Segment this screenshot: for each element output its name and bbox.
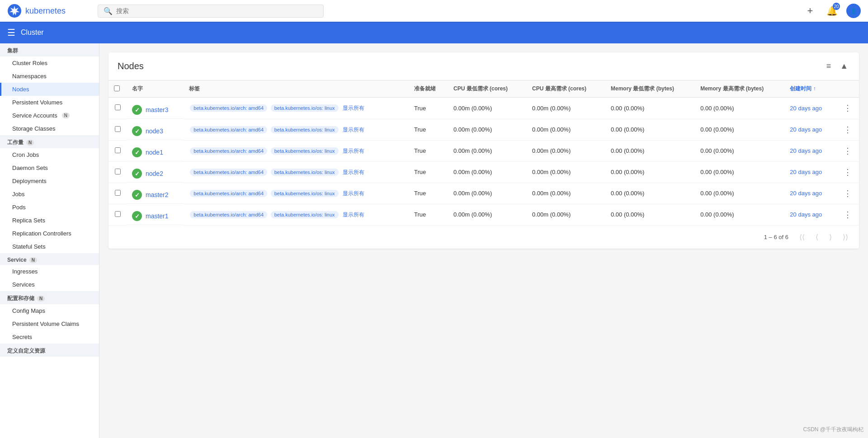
row-cpu-max: 0.00m (0.00%) (527, 140, 605, 161)
row-more[interactable]: ⋮ (836, 161, 859, 183)
select-all-checkbox[interactable] (114, 85, 120, 91)
row-ready: True (409, 204, 448, 225)
row-select-checkbox[interactable] (115, 169, 121, 174)
sidebar-item-ingresses[interactable]: Ingresses (0, 265, 99, 278)
node-name-link[interactable]: master2 (146, 191, 169, 198)
next-page-button[interactable]: ⟩ (826, 231, 835, 243)
row-more[interactable]: ⋮ (836, 183, 859, 204)
last-page-button[interactable]: ⟩⟩ (839, 231, 852, 243)
search-box[interactable]: 🔍 (98, 5, 324, 18)
col-labels: 标签 (184, 80, 409, 98)
show-all-button[interactable]: 显示所有 (343, 169, 364, 175)
row-labels: beta.kubernetes.io/arch: amd64 beta.kube… (184, 161, 409, 183)
prev-page-button[interactable]: ⟨ (812, 231, 822, 243)
more-options-icon[interactable]: ⋮ (842, 102, 854, 114)
row-checkbox[interactable] (108, 140, 127, 161)
col-created[interactable]: 创建时间 ↑ (784, 80, 836, 98)
collapse-icon[interactable]: ▲ (838, 60, 850, 73)
row-select-checkbox[interactable] (115, 126, 121, 132)
more-options-icon[interactable]: ⋮ (842, 187, 854, 200)
row-created: 20 days ago (784, 140, 836, 161)
sidebar-item-pvc[interactable]: Persistent Volume Claims (0, 317, 99, 330)
row-created: 20 days ago (784, 183, 836, 204)
row-checkbox[interactable] (108, 119, 127, 140)
more-options-icon[interactable]: ⋮ (842, 166, 854, 179)
row-cpu-max: 0.00m (0.00%) (527, 161, 605, 183)
config-badge: N (37, 296, 45, 301)
row-more[interactable]: ⋮ (836, 140, 859, 161)
sidebar-item-deployments[interactable]: Deployments (0, 174, 99, 188)
sidebar-item-replication-controllers[interactable]: Replication Controllers (0, 227, 99, 240)
row-more[interactable]: ⋮ (836, 204, 859, 225)
show-all-button[interactable]: 显示所有 (343, 105, 364, 111)
node-name-link[interactable]: node3 (146, 127, 163, 135)
sidebar-item-stateful-sets[interactable]: Stateful Sets (0, 240, 99, 253)
row-more[interactable]: ⋮ (836, 98, 859, 119)
row-mem-max: 0.00 (0.00%) (695, 98, 784, 119)
cluster-bar: ☰ Cluster (0, 22, 868, 43)
more-options-icon[interactable]: ⋮ (842, 123, 854, 136)
add-button[interactable]: + (803, 4, 817, 18)
show-all-button[interactable]: 显示所有 (343, 190, 364, 197)
app-name: kubernetes (25, 6, 66, 16)
sidebar-item-daemon-sets[interactable]: Daemon Sets (0, 161, 99, 174)
col-name[interactable]: 名字 (127, 80, 184, 98)
sidebar-item-nodes[interactable]: Nodes (0, 83, 99, 96)
panel-title: Nodes (118, 61, 144, 71)
row-cpu-max: 0.00m (0.00%) (527, 98, 605, 119)
row-checkbox[interactable] (108, 161, 127, 183)
menu-toggle[interactable]: ☰ (7, 27, 15, 38)
app-logo[interactable]: kubernetes (7, 4, 98, 18)
row-select-checkbox[interactable] (115, 104, 121, 110)
top-nav: kubernetes 🔍 + 🔔 20 👤 (0, 0, 868, 22)
node-name-link[interactable]: node1 (146, 149, 163, 156)
search-input[interactable] (116, 7, 318, 14)
filter-icon[interactable]: ≡ (825, 60, 833, 73)
sidebar-item-cluster-roles[interactable]: Cluster Roles (0, 57, 99, 70)
show-all-button[interactable]: 显示所有 (343, 212, 364, 218)
row-cpu-min: 0.00m (0.00%) (448, 140, 527, 161)
top-nav-right: + 🔔 20 👤 (803, 4, 861, 18)
node-name-link[interactable]: master1 (146, 212, 169, 220)
sidebar-item-pods[interactable]: Pods (0, 201, 99, 214)
row-checkbox[interactable] (108, 204, 127, 225)
table-row: ✓ master2 beta.kubernetes.io/arch: amd64… (108, 183, 859, 204)
sidebar-item-config-maps[interactable]: Config Maps (0, 304, 99, 317)
sidebar-item-storage-classes[interactable]: Storage Classes (0, 122, 99, 135)
sidebar-item-namespaces[interactable]: Namespaces (0, 70, 99, 83)
nodes-table: 名字 标签 准备就绪 CPU 最低需求 (cores) CPU 最高需求 (co (108, 80, 859, 226)
sidebar: 集群 Cluster Roles Namespaces Nodes Persis… (0, 43, 99, 438)
row-select-checkbox[interactable] (115, 211, 121, 217)
sidebar-item-secrets[interactable]: Secrets (0, 330, 99, 344)
node-name-link[interactable]: master3 (146, 106, 169, 113)
user-avatar[interactable]: 👤 (846, 4, 861, 18)
row-ready: True (409, 161, 448, 183)
row-ready: True (409, 183, 448, 204)
row-checkbox[interactable] (108, 98, 127, 119)
more-options-icon[interactable]: ⋮ (842, 145, 854, 157)
more-options-icon[interactable]: ⋮ (842, 208, 854, 221)
first-page-button[interactable]: ⟨⟨ (796, 231, 808, 243)
row-mem-min: 0.00 (0.00%) (605, 119, 695, 140)
show-all-button[interactable]: 显示所有 (343, 148, 364, 154)
sidebar-item-cron-jobs[interactable]: Cron Jobs (0, 148, 99, 161)
row-mem-max: 0.00 (0.00%) (695, 140, 784, 161)
row-select-checkbox[interactable] (115, 190, 121, 196)
table-row: ✓ master1 beta.kubernetes.io/arch: amd64… (108, 204, 859, 225)
row-mem-min: 0.00 (0.00%) (605, 140, 695, 161)
node-name-link[interactable]: node2 (146, 170, 163, 177)
sidebar-item-persistent-volumes[interactable]: Persistent Volumes (0, 96, 99, 109)
row-checkbox[interactable] (108, 183, 127, 204)
notifications-button[interactable]: 🔔 20 (825, 4, 839, 18)
sidebar-item-services[interactable]: Services (0, 278, 99, 291)
row-select-checkbox[interactable] (115, 147, 121, 153)
col-ready: 准备就绪 (409, 80, 448, 98)
row-name: ✓ node1 (127, 140, 184, 161)
sidebar-item-jobs[interactable]: Jobs (0, 188, 99, 201)
show-all-button[interactable]: 显示所有 (343, 127, 364, 133)
row-more[interactable]: ⋮ (836, 119, 859, 140)
sidebar-item-service-accounts[interactable]: Service Accounts N (0, 109, 99, 122)
status-icon: ✓ (132, 169, 142, 179)
sidebar-item-replica-sets[interactable]: Replica Sets (0, 214, 99, 227)
main-content: Nodes ≡ ▲ 名字 标签 (99, 43, 868, 438)
